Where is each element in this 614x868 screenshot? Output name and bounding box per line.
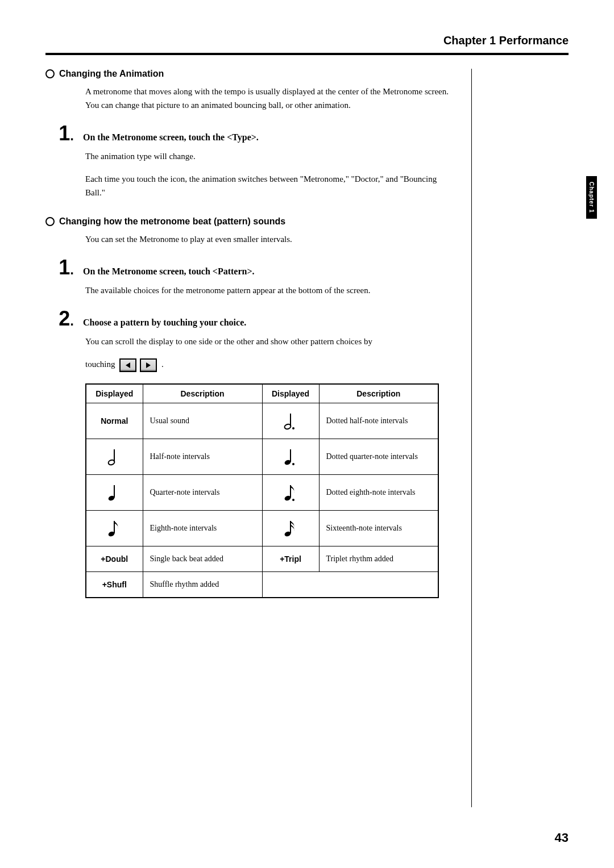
description-cell: Dotted quarter-note intervals: [319, 439, 438, 474]
table-row: +DoublSingle back beat added+TriplTriple…: [86, 546, 438, 571]
animation-step1-body2: Each time you touch the icon, the animat…: [85, 172, 449, 199]
section-heading-animation: Changing the Animation: [45, 69, 449, 79]
step-number: 1.: [45, 257, 74, 278]
pattern-step2-scroll: You can scroll the display to one side o…: [85, 335, 449, 348]
pattern-table: Displayed Description Displayed Descript…: [85, 383, 439, 598]
displayed-cell: [262, 474, 319, 510]
th-description-1: Description: [143, 384, 262, 403]
svg-point-4: [292, 427, 294, 429]
circle-bullet-icon: [45, 69, 55, 78]
table-header-row: Displayed Description Displayed Descript…: [86, 384, 438, 403]
table-row: Half-note intervalsDotted quarter-note i…: [86, 439, 438, 474]
step-number: 2.: [45, 308, 74, 329]
description-cell: Eighth-note intervals: [143, 510, 262, 546]
heading-text: Changing how the metronome beat (pattern…: [59, 216, 285, 227]
side-chapter-tab: Chapter 1: [586, 176, 597, 219]
header-rule: [45, 53, 569, 55]
circle-bullet-icon: [45, 217, 55, 226]
right-arrow-button-icon: [140, 358, 157, 372]
step-text: On the Metronome screen, touch <Pattern>…: [83, 266, 255, 277]
content-area: Changing the Animation A metronome that …: [45, 69, 472, 807]
displayed-cell: [86, 474, 143, 510]
displayed-cell: [86, 510, 143, 546]
displayed-cell: Normal: [86, 403, 143, 439]
table-row: Eighth-note intervalsSixteenth-note inte…: [86, 510, 438, 546]
animation-step-1: 1. On the Metronome screen, touch the <T…: [45, 123, 449, 144]
description-cell: Shuffle rhythm added: [143, 571, 262, 598]
displayed-cell: +Shufl: [86, 571, 143, 598]
displayed-cell: [262, 403, 319, 439]
description-cell: Dotted half-note intervals: [319, 403, 438, 439]
description-cell: Single back beat added: [143, 546, 262, 571]
table-row: +ShuflShuffle rhythm added: [86, 571, 438, 598]
displayed-cell: [262, 439, 319, 474]
table-row: Quarter-note intervalsDotted eighth-note…: [86, 474, 438, 510]
displayed-cell: [262, 510, 319, 546]
table-row: NormalUsual soundDotted half-note interv…: [86, 403, 438, 439]
pattern-step-2: 2. Choose a pattern by touching your cho…: [45, 308, 449, 329]
th-displayed-2: Displayed: [262, 384, 319, 403]
section-heading-pattern: Changing how the metronome beat (pattern…: [45, 216, 449, 227]
pattern-step1-body: The available choices for the metronome …: [85, 283, 449, 297]
displayed-cell: +Doubl: [86, 546, 143, 571]
animation-intro: A metronome that moves along with the te…: [85, 85, 449, 112]
th-description-2: Description: [319, 384, 438, 403]
page-number: 43: [555, 831, 569, 845]
step-text: On the Metronome screen, touch the <Type…: [83, 132, 259, 143]
svg-marker-1: [146, 362, 151, 368]
svg-point-9: [292, 463, 294, 465]
pattern-step2-scroll-line2: touching .: [85, 357, 449, 372]
left-arrow-button-icon: [119, 358, 136, 372]
description-cell: Dotted eighth-note intervals: [319, 474, 438, 510]
svg-marker-0: [126, 362, 130, 368]
displayed-cell: [86, 439, 143, 474]
svg-point-14: [292, 499, 294, 501]
pattern-step-1: 1. On the Metronome screen, touch <Patte…: [45, 257, 449, 278]
touching-prefix: touching: [85, 360, 115, 369]
chapter-header: Chapter 1 Performance: [45, 34, 569, 47]
step-number: 1.: [45, 123, 74, 144]
pattern-intro: You can set the Metronome to play at eve…: [85, 232, 449, 246]
description-cell: Half-note intervals: [143, 439, 262, 474]
description-cell: Triplet rhythm added: [319, 546, 438, 571]
th-displayed-1: Displayed: [86, 384, 143, 403]
description-cell: Quarter-note intervals: [143, 474, 262, 510]
touching-end: .: [161, 360, 164, 369]
description-cell: Usual sound: [143, 403, 262, 439]
displayed-cell: +Tripl: [262, 546, 319, 571]
animation-step1-body1: The animation type will change.: [85, 149, 449, 163]
description-cell: Sixteenth-note intervals: [319, 510, 438, 546]
heading-text: Changing the Animation: [59, 69, 164, 79]
step-text: Choose a pattern by touching your choice…: [83, 318, 246, 328]
